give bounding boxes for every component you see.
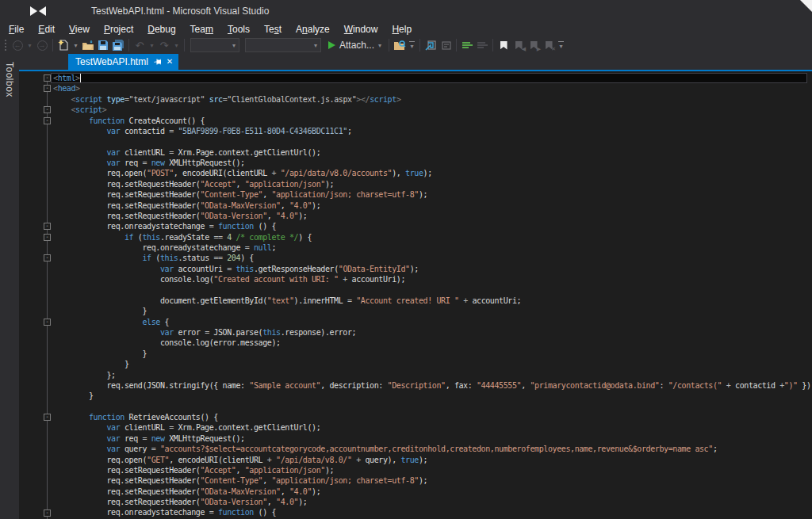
uncomment-lines-icon: [477, 41, 488, 49]
pin-icon[interactable]: [154, 58, 161, 66]
navigate-backward-button[interactable]: ←: [10, 38, 25, 52]
code-line: }: [53, 391, 812, 401]
window-corner-triangle: [800, 0, 812, 12]
editor-group: TestWebAPI.html ✕ <html><head> <script t…: [19, 54, 812, 519]
menu-item-file[interactable]: File: [2, 22, 31, 36]
toolbar-separator: [184, 39, 185, 52]
tab-testwebapi[interactable]: TestWebAPI.html ✕: [68, 54, 178, 70]
fold-collapse-box[interactable]: -: [44, 414, 51, 421]
new-file-button[interactable]: [56, 38, 71, 52]
code-line: req.setRequestHeader("OData-Version", "4…: [53, 211, 812, 221]
undo-button[interactable]: ↶: [132, 38, 147, 52]
toolbar-grip[interactable]: [4, 39, 8, 52]
chevron-down-icon: ▾: [378, 42, 381, 49]
comment-lines-button[interactable]: [460, 38, 474, 52]
previous-bookmark-button[interactable]: ◀: [511, 38, 526, 52]
toolbar-separator: [419, 39, 420, 52]
clear-bookmarks-button[interactable]: ✕: [542, 38, 556, 52]
menu-item-view[interactable]: View: [62, 22, 97, 36]
solution-platforms-combobox[interactable]: ▾: [245, 38, 321, 52]
code-line: <head>: [53, 83, 812, 93]
code-line: req.onreadystatechange = function () {: [53, 221, 812, 231]
code-line: document.getElementById("text").innerHTM…: [53, 296, 812, 306]
fold-collapse-box[interactable]: -: [44, 254, 51, 261]
open-file-button[interactable]: [81, 38, 95, 52]
code-line: var req = new XMLHttpRequest();: [53, 158, 812, 168]
code-line: }: [53, 306, 812, 316]
document-tab-strip: TestWebAPI.html ✕: [19, 54, 812, 70]
attach-button[interactable]: Attach... ▾: [324, 37, 385, 53]
fold-collapse-box[interactable]: -: [44, 106, 51, 113]
display-parameter-info-button[interactable]: [439, 38, 453, 52]
menu-item-window[interactable]: Window: [337, 22, 385, 36]
code-line: var query = "accounts?$select=accountcat…: [53, 444, 812, 454]
redo-button[interactable]: ↷: [157, 38, 171, 52]
code-editor[interactable]: <html><head> <script type="text/javascri…: [19, 71, 812, 519]
fold-collapse-box[interactable]: -: [44, 223, 51, 230]
code-line: };: [53, 370, 812, 380]
code-line: var req = new XMLHttpRequest();: [53, 433, 812, 444]
toolbox-panel-strip: Toolbox: [0, 54, 19, 519]
fold-collapse-box[interactable]: -: [44, 74, 51, 82]
code-line: req.open("POST", encodeURI(clientURL + "…: [53, 168, 812, 178]
uncomment-lines-button[interactable]: [475, 38, 489, 52]
menu-item-help[interactable]: Help: [385, 22, 419, 36]
menu-item-edit[interactable]: Edit: [31, 22, 62, 36]
new-file-dropdown[interactable]: ▾: [71, 38, 80, 52]
find-in-files-button[interactable]: [393, 38, 407, 52]
menu-bar: FileEditViewProjectDebugTeamToolsTestAna…: [0, 22, 812, 36]
toolbox-tab[interactable]: Toolbox: [4, 62, 15, 97]
code-line: if (this.status == 204) {: [53, 253, 812, 263]
find-in-files-icon: [393, 40, 406, 51]
window-title: TestWebAPI.html - Microsoft Visual Studi…: [91, 0, 269, 22]
fold-collapse-box[interactable]: -: [44, 509, 51, 517]
menu-item-test[interactable]: Test: [257, 22, 289, 36]
undo-icon: ↶: [136, 40, 144, 52]
menu-item-debug[interactable]: Debug: [140, 22, 182, 36]
toolbar-overflow-icon: ▾: [557, 41, 565, 50]
display-member-list-button[interactable]: [423, 38, 438, 52]
redo-dropdown[interactable]: ▾: [172, 38, 181, 52]
menu-item-team[interactable]: Team: [183, 22, 220, 36]
menu-item-analyze[interactable]: Analyze: [289, 22, 337, 36]
menu-item-project[interactable]: Project: [97, 22, 140, 36]
parameter-info-icon: [440, 40, 451, 51]
navigate-forward-button[interactable]: →: [35, 38, 49, 52]
fold-collapse-box[interactable]: -: [44, 117, 51, 124]
code-line: [53, 402, 812, 412]
code-line: function RetrieveAccounts() {: [53, 412, 812, 422]
next-bookmark-button[interactable]: ▶: [527, 38, 541, 52]
toggle-bookmark-button[interactable]: [496, 38, 511, 52]
code-line: req.open("GET", encodeURI(clientURL + "/…: [53, 455, 812, 465]
toolbar-separator: [52, 39, 53, 52]
play-icon: [328, 41, 335, 49]
fold-collapse-box[interactable]: -: [44, 85, 51, 92]
code-line: var error = JSON.parse(this.response).er…: [53, 327, 812, 338]
code-line: console.log("Created account with URI: "…: [53, 274, 812, 284]
code-line: <html>: [53, 73, 812, 83]
visual-studio-logo-icon: [29, 5, 48, 17]
open-folder-icon: [82, 40, 94, 51]
save-icon: [98, 40, 109, 51]
save-button[interactable]: [96, 38, 110, 52]
code-line: <script>: [53, 105, 812, 115]
code-line: [53, 285, 812, 296]
solution-configurations-combobox[interactable]: ▾: [190, 38, 239, 52]
save-all-button[interactable]: [111, 38, 125, 52]
code-line: req.setRequestHeader("OData-Version", "4…: [53, 497, 812, 507]
title-bar: TestWebAPI.html - Microsoft Visual Studi…: [0, 0, 812, 22]
comment-lines-icon: [462, 41, 473, 49]
code-line: function CreateAccount() {: [53, 116, 812, 126]
toolbar-overflow-button[interactable]: ▾: [557, 38, 565, 52]
menu-item-tools[interactable]: Tools: [220, 22, 257, 36]
code-line: }: [53, 359, 812, 369]
fold-collapse-box[interactable]: -: [44, 234, 51, 241]
code-line: var clientURL = Xrm.Page.context.getClie…: [53, 147, 812, 158]
undo-dropdown[interactable]: ▾: [147, 38, 156, 52]
text-caret: [80, 74, 81, 82]
code-line: req.setRequestHeader("Content-Type", "ap…: [53, 189, 812, 200]
fold-collapse-box[interactable]: -: [44, 319, 51, 326]
close-icon[interactable]: ✕: [167, 58, 173, 66]
navigate-backward-dropdown[interactable]: ▾: [25, 38, 34, 52]
toolbar-overflow-button[interactable]: ▾: [408, 38, 416, 52]
